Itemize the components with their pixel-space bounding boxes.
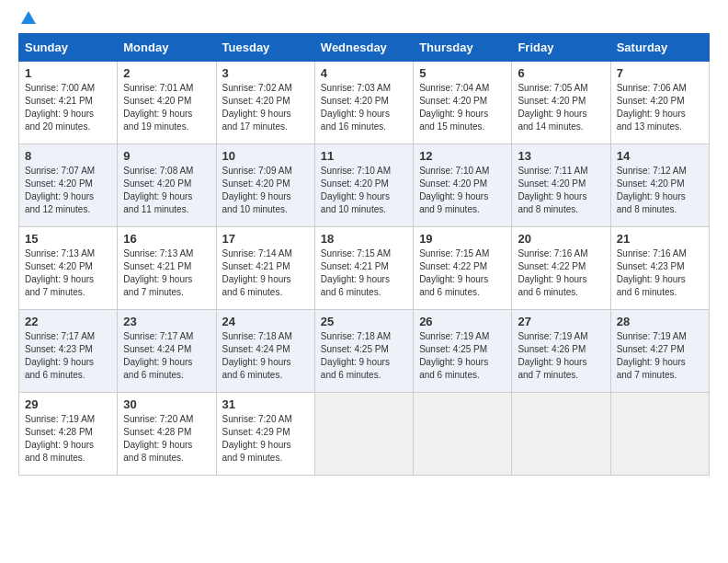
calendar-day-cell: 4 Sunrise: 7:03 AMSunset: 4:20 PMDayligh… <box>314 62 413 144</box>
calendar-day-cell: 9 Sunrise: 7:08 AMSunset: 4:20 PMDayligh… <box>118 144 216 227</box>
page-header <box>18 15 710 24</box>
day-info: Sunrise: 7:09 AMSunset: 4:20 PMDaylight:… <box>222 166 292 214</box>
day-info: Sunrise: 7:18 AMSunset: 4:25 PMDaylight:… <box>321 331 391 380</box>
day-number: 8 <box>25 149 111 163</box>
day-number: 6 <box>518 66 604 80</box>
day-info: Sunrise: 7:14 AMSunset: 4:21 PMDaylight:… <box>222 248 292 297</box>
day-info: Sunrise: 7:19 AMSunset: 4:28 PMDaylight:… <box>25 414 95 463</box>
calendar-day-cell: 27 Sunrise: 7:19 AMSunset: 4:26 PMDaylig… <box>512 310 610 393</box>
calendar-day-cell <box>314 393 413 476</box>
calendar-day-cell: 12 Sunrise: 7:10 AMSunset: 4:20 PMDaylig… <box>414 144 512 227</box>
day-number: 15 <box>25 232 111 246</box>
calendar-day-cell: 31 Sunrise: 7:20 AMSunset: 4:29 PMDaylig… <box>216 393 314 476</box>
calendar-day-cell: 19 Sunrise: 7:15 AMSunset: 4:22 PMDaylig… <box>414 227 512 310</box>
day-number: 2 <box>123 66 210 80</box>
calendar-day-cell: 16 Sunrise: 7:13 AMSunset: 4:21 PMDaylig… <box>118 227 216 310</box>
day-info: Sunrise: 7:19 AMSunset: 4:26 PMDaylight:… <box>518 331 587 380</box>
day-info: Sunrise: 7:16 AMSunset: 4:23 PMDaylight:… <box>617 248 687 297</box>
calendar-day-header: Thursday <box>414 34 512 62</box>
day-number: 4 <box>321 66 407 80</box>
calendar-day-header: Wednesday <box>314 34 413 62</box>
calendar-day-header: Friday <box>512 34 610 62</box>
day-info: Sunrise: 7:19 AMSunset: 4:27 PMDaylight:… <box>617 331 687 380</box>
day-number: 29 <box>25 397 111 411</box>
day-number: 11 <box>321 149 407 163</box>
day-info: Sunrise: 7:12 AMSunset: 4:20 PMDaylight:… <box>617 166 687 214</box>
day-info: Sunrise: 7:06 AMSunset: 4:20 PMDaylight:… <box>617 83 687 132</box>
day-info: Sunrise: 7:15 AMSunset: 4:22 PMDaylight:… <box>419 248 489 297</box>
calendar-week-row: 1 Sunrise: 7:00 AMSunset: 4:21 PMDayligh… <box>19 62 710 144</box>
calendar-day-cell: 13 Sunrise: 7:11 AMSunset: 4:20 PMDaylig… <box>512 144 610 227</box>
day-number: 12 <box>419 149 506 163</box>
calendar-day-cell: 24 Sunrise: 7:18 AMSunset: 4:24 PMDaylig… <box>216 310 314 393</box>
day-number: 19 <box>419 232 506 246</box>
day-info: Sunrise: 7:04 AMSunset: 4:20 PMDaylight:… <box>419 83 489 132</box>
day-info: Sunrise: 7:02 AMSunset: 4:20 PMDaylight:… <box>222 83 292 132</box>
day-number: 21 <box>617 232 703 246</box>
day-info: Sunrise: 7:11 AMSunset: 4:20 PMDaylight:… <box>518 166 587 214</box>
day-number: 9 <box>123 149 210 163</box>
calendar-week-row: 8 Sunrise: 7:07 AMSunset: 4:20 PMDayligh… <box>19 144 710 227</box>
calendar-week-row: 29 Sunrise: 7:19 AMSunset: 4:28 PMDaylig… <box>19 393 710 476</box>
calendar-day-cell: 26 Sunrise: 7:19 AMSunset: 4:25 PMDaylig… <box>414 310 512 393</box>
calendar-day-cell: 28 Sunrise: 7:19 AMSunset: 4:27 PMDaylig… <box>610 310 709 393</box>
calendar-day-cell: 11 Sunrise: 7:10 AMSunset: 4:20 PMDaylig… <box>314 144 413 227</box>
day-number: 17 <box>222 232 309 246</box>
calendar-day-cell: 14 Sunrise: 7:12 AMSunset: 4:20 PMDaylig… <box>610 144 709 227</box>
day-number: 3 <box>222 66 309 80</box>
day-number: 10 <box>222 149 309 163</box>
day-number: 27 <box>518 315 604 328</box>
calendar-day-cell: 7 Sunrise: 7:06 AMSunset: 4:20 PMDayligh… <box>610 62 709 144</box>
calendar-day-cell: 30 Sunrise: 7:20 AMSunset: 4:28 PMDaylig… <box>118 393 216 476</box>
day-info: Sunrise: 7:13 AMSunset: 4:20 PMDaylight:… <box>25 248 95 297</box>
calendar-day-cell: 18 Sunrise: 7:15 AMSunset: 4:21 PMDaylig… <box>314 227 413 310</box>
day-info: Sunrise: 7:17 AMSunset: 4:24 PMDaylight:… <box>123 331 193 380</box>
day-number: 13 <box>518 149 604 163</box>
day-info: Sunrise: 7:17 AMSunset: 4:23 PMDaylight:… <box>25 331 95 380</box>
calendar-day-cell: 6 Sunrise: 7:05 AMSunset: 4:20 PMDayligh… <box>512 62 610 144</box>
day-number: 5 <box>419 66 506 80</box>
calendar-week-row: 15 Sunrise: 7:13 AMSunset: 4:20 PMDaylig… <box>19 227 710 310</box>
calendar-day-cell: 20 Sunrise: 7:16 AMSunset: 4:22 PMDaylig… <box>512 227 610 310</box>
calendar-day-cell: 10 Sunrise: 7:09 AMSunset: 4:20 PMDaylig… <box>216 144 314 227</box>
day-number: 24 <box>222 315 309 328</box>
day-info: Sunrise: 7:20 AMSunset: 4:28 PMDaylight:… <box>123 414 193 463</box>
day-info: Sunrise: 7:10 AMSunset: 4:20 PMDaylight:… <box>321 166 391 214</box>
day-number: 23 <box>123 315 210 328</box>
calendar-day-header: Monday <box>118 34 216 62</box>
day-info: Sunrise: 7:05 AMSunset: 4:20 PMDaylight:… <box>518 83 587 132</box>
calendar-day-cell: 5 Sunrise: 7:04 AMSunset: 4:20 PMDayligh… <box>414 62 512 144</box>
calendar-table: SundayMondayTuesdayWednesdayThursdayFrid… <box>18 33 710 476</box>
calendar-day-cell: 22 Sunrise: 7:17 AMSunset: 4:23 PMDaylig… <box>19 310 118 393</box>
day-number: 22 <box>25 315 111 328</box>
calendar-day-cell <box>610 393 709 476</box>
day-number: 31 <box>222 397 309 411</box>
day-number: 18 <box>321 232 407 246</box>
calendar-day-cell <box>414 393 512 476</box>
day-number: 25 <box>321 315 407 328</box>
day-info: Sunrise: 7:00 AMSunset: 4:21 PMDaylight:… <box>25 83 95 132</box>
day-info: Sunrise: 7:19 AMSunset: 4:25 PMDaylight:… <box>419 331 489 380</box>
day-number: 16 <box>123 232 210 246</box>
calendar-day-header: Sunday <box>19 34 118 62</box>
calendar-day-cell: 25 Sunrise: 7:18 AMSunset: 4:25 PMDaylig… <box>314 310 413 393</box>
logo-triangle-icon <box>21 11 36 24</box>
day-number: 30 <box>123 397 210 411</box>
day-info: Sunrise: 7:08 AMSunset: 4:20 PMDaylight:… <box>123 166 193 214</box>
day-number: 28 <box>617 315 703 328</box>
day-info: Sunrise: 7:03 AMSunset: 4:20 PMDaylight:… <box>321 83 391 132</box>
calendar-day-cell: 17 Sunrise: 7:14 AMSunset: 4:21 PMDaylig… <box>216 227 314 310</box>
day-number: 20 <box>518 232 604 246</box>
logo <box>18 15 36 24</box>
calendar-day-cell: 21 Sunrise: 7:16 AMSunset: 4:23 PMDaylig… <box>610 227 709 310</box>
day-info: Sunrise: 7:01 AMSunset: 4:20 PMDaylight:… <box>123 83 193 132</box>
day-info: Sunrise: 7:18 AMSunset: 4:24 PMDaylight:… <box>222 331 292 380</box>
calendar-day-header: Saturday <box>610 34 709 62</box>
day-number: 26 <box>419 315 506 328</box>
day-number: 14 <box>617 149 703 163</box>
day-info: Sunrise: 7:10 AMSunset: 4:20 PMDaylight:… <box>419 166 489 214</box>
calendar-week-row: 22 Sunrise: 7:17 AMSunset: 4:23 PMDaylig… <box>19 310 710 393</box>
day-number: 1 <box>25 66 111 80</box>
day-number: 7 <box>617 66 703 80</box>
calendar-day-cell: 29 Sunrise: 7:19 AMSunset: 4:28 PMDaylig… <box>19 393 118 476</box>
